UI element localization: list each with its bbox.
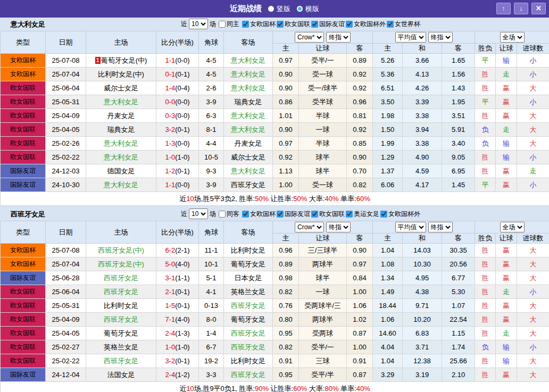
- odds-final-select[interactable]: 终指: [326, 222, 351, 232]
- corner-score: 4-5: [199, 68, 224, 81]
- avg-away-value: 30.35: [442, 244, 475, 257]
- league-filter[interactable]: 奥运女足: [345, 210, 379, 219]
- avg-source-select[interactable]: 平均值: [395, 222, 426, 232]
- avg-final-select[interactable]: 终指: [428, 32, 453, 43]
- scope-select[interactable]: 全场: [500, 32, 525, 43]
- league-filter[interactable]: 女世界杯: [386, 20, 420, 29]
- corner-score: 10-1: [199, 257, 224, 271]
- avg-draw-value: 9.71: [403, 299, 442, 313]
- odds-home-value: 0.91: [273, 354, 299, 368]
- same-venue-checkbox[interactable]: [219, 21, 226, 28]
- avg-final-select[interactable]: 终指: [428, 222, 453, 232]
- league-filter[interactable]: 女欧国杯外: [379, 210, 420, 219]
- halftime-score: (0-1): [175, 288, 189, 296]
- layout-radio-vertical[interactable]: 竖版: [268, 4, 290, 14]
- league-checkbox[interactable]: [242, 211, 249, 218]
- odds-away-value: 0.87: [347, 368, 373, 382]
- result-handicap: 赢: [496, 257, 517, 271]
- col-odds-home: 主: [273, 233, 299, 244]
- away-team-name: 意大利女足: [231, 84, 265, 92]
- filter-row: 意大利女足 近 10 场 同主 女欧国杯欧女国联国际友谊女欧国杯外女世界杯: [0, 18, 549, 31]
- league-filter[interactable]: 女欧国杯外: [345, 20, 386, 29]
- table-row: 欧女国联25-06-04西班牙女足2-1(0-1)4-1英格兰女足0.82一球1…: [1, 285, 549, 299]
- result-wdl: 胜: [475, 327, 496, 340]
- handicap-value: 两球半: [299, 257, 347, 271]
- result-goals: 小: [517, 54, 549, 68]
- result-handicap: 输: [496, 151, 517, 164]
- summary-stat-value: 40%: [356, 385, 370, 392]
- col-avg-draw: 和: [403, 233, 442, 244]
- league-checkbox[interactable]: [346, 211, 353, 218]
- avg-source-select[interactable]: 平均值: [395, 32, 426, 43]
- league-checkbox[interactable]: [311, 211, 318, 218]
- away-team-name: 意大利女足: [231, 56, 265, 64]
- summary-stat-value: 90%: [255, 385, 269, 392]
- league-filter[interactable]: 国际友谊: [276, 210, 310, 219]
- result-goals: 小: [517, 285, 549, 299]
- match-date: 25-07-08: [46, 244, 86, 257]
- home-team-name: 葡萄牙女足: [104, 329, 138, 337]
- avg-away-value: 2.10: [442, 368, 475, 382]
- away-team-name: 日本女足: [235, 274, 262, 282]
- score-cell: 0-3(0-0): [156, 109, 199, 123]
- same-venue-checkbox[interactable]: [219, 211, 226, 218]
- league-filter[interactable]: 国际友谊: [310, 20, 345, 29]
- league-label: 女世界杯: [395, 20, 420, 29]
- league-checkbox[interactable]: [311, 21, 318, 28]
- league-filter[interactable]: 欧女国联: [310, 210, 345, 219]
- avg-away-value: 20.56: [442, 257, 475, 271]
- move-up-button[interactable]: ↑: [496, 3, 511, 14]
- recent-results-panel: 近期战绩 竖版 横版 ↑ ↓ ✕ 意大利女足 近 10 场: [0, 0, 549, 392]
- avg-draw-value: 4.95: [403, 271, 442, 285]
- away-team-name: 葡萄牙女足: [231, 260, 265, 268]
- match-count-select[interactable]: 10: [189, 19, 208, 29]
- away-team: 比利时女足: [224, 244, 273, 257]
- same-venue-filter[interactable]: 同主: [218, 20, 239, 29]
- odds-source-select[interactable]: Crow*: [295, 32, 324, 43]
- odds-final-select[interactable]: 终指: [326, 32, 351, 43]
- league-checkbox[interactable]: [346, 21, 353, 28]
- league-checkbox[interactable]: [387, 21, 394, 28]
- fulltime-score: 1-0: [165, 153, 175, 161]
- result-wdl: 胜: [475, 313, 496, 327]
- league-filter[interactable]: 欧女国联: [276, 20, 310, 29]
- odds-source-select[interactable]: Crow*: [295, 222, 324, 232]
- summary-stat-label: 让胜率:: [269, 195, 293, 203]
- result-goals: 小: [517, 95, 549, 109]
- away-team: 意大利女足: [224, 54, 273, 68]
- league-checkbox[interactable]: [277, 21, 284, 28]
- odds-home-value: 0.98: [273, 271, 299, 285]
- titlebar-buttons: ↑ ↓ ✕: [496, 3, 546, 14]
- fulltime-score: 2-1: [165, 288, 175, 296]
- league-checkbox[interactable]: [380, 211, 387, 218]
- league-filter[interactable]: 女欧国杯: [241, 210, 276, 219]
- handicap-value: 受一球: [299, 68, 347, 81]
- summary-row: 近10场,胜5平3负2, 胜率:50% 让胜率:50% 大率:40% 单率:60…: [1, 192, 549, 206]
- odds-away-value: 0.92: [347, 123, 373, 137]
- result-goals: 大: [517, 313, 549, 327]
- scope-select[interactable]: 全场: [500, 222, 525, 232]
- col-away: 客场: [224, 221, 273, 244]
- layout-radio-horizontal[interactable]: 横版: [297, 4, 319, 14]
- radio-horizontal-label: 横版: [305, 4, 319, 14]
- move-down-button[interactable]: ↓: [514, 3, 528, 14]
- same-venue-filter[interactable]: 同客: [218, 210, 239, 219]
- league-filter[interactable]: 女欧国杯: [241, 20, 276, 29]
- home-team: 1葡萄牙女足(中): [86, 54, 156, 68]
- league-checkbox[interactable]: [277, 211, 284, 218]
- league-checkbox[interactable]: [242, 21, 249, 28]
- score-cell: 1-0(1-0): [156, 151, 199, 164]
- avg-home-value: 18.44: [373, 299, 403, 313]
- corner-score: 4-1: [199, 285, 224, 299]
- match-count-select[interactable]: 10: [189, 208, 208, 219]
- close-button[interactable]: ✕: [531, 3, 546, 14]
- halftime-score: (0-1): [175, 302, 189, 310]
- radio-unselected-icon: [297, 6, 303, 12]
- away-team: 西班牙女足: [224, 340, 273, 354]
- away-team-name: 威尔士女足: [231, 153, 265, 161]
- col-type: 类型: [1, 221, 46, 244]
- corner-score: 5-1: [199, 271, 224, 285]
- score-cell: 5-0(4-0): [156, 257, 199, 271]
- table-row: 欧女国联25-04-09丹麦女足0-3(0-0)6-3意大利女足1.01半球0.…: [1, 109, 549, 123]
- match-type-badge: 女欧国杯: [1, 68, 46, 81]
